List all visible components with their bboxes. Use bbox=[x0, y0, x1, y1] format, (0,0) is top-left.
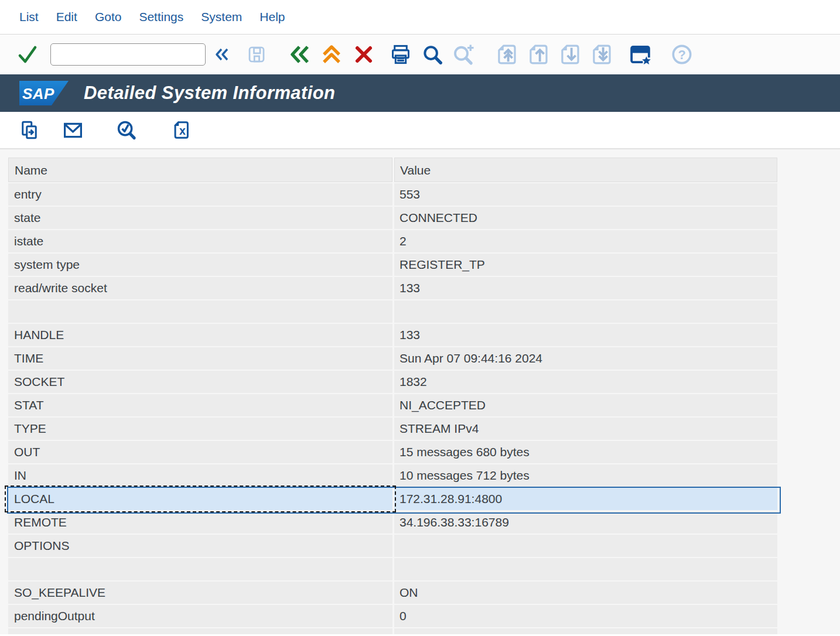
row-name-cell: keepalive bbox=[8, 628, 392, 634]
enter-check-icon[interactable] bbox=[18, 45, 37, 64]
row-value-cell bbox=[394, 300, 777, 323]
print-icon[interactable] bbox=[390, 43, 412, 66]
table-row[interactable]: SO_KEEPALIVEON bbox=[8, 582, 777, 605]
spreadsheet-export-icon[interactable]: x bbox=[170, 119, 192, 141]
row-value-cell: 553 bbox=[394, 183, 777, 206]
row-name-cell: SOCKET bbox=[8, 371, 392, 393]
menu-edit[interactable]: Edit bbox=[56, 10, 77, 24]
table-row[interactable]: system typeREGISTER_TP bbox=[8, 254, 777, 277]
row-name-cell: istate bbox=[8, 230, 392, 252]
table-row[interactable]: keepalivealive bbox=[8, 628, 777, 634]
back-icon[interactable] bbox=[288, 42, 312, 67]
row-name-cell: TYPE bbox=[8, 418, 392, 440]
svg-text:?: ? bbox=[678, 47, 685, 62]
table-row[interactable]: REMOTE34.196.38.33:16789 bbox=[8, 511, 777, 535]
menu-bar: List Edit Goto Settings System Help bbox=[0, 0, 840, 35]
row-value-cell: 15 messages 680 bytes bbox=[394, 441, 777, 463]
row-value-cell: NI_ACCEPTED bbox=[394, 394, 777, 416]
table-row[interactable]: entry553 bbox=[8, 183, 777, 207]
new-session-icon[interactable] bbox=[628, 42, 653, 67]
row-value-cell: 172.31.28.91:4800 bbox=[394, 488, 777, 510]
table-row[interactable]: stateCONNECTED bbox=[8, 207, 777, 230]
table-row[interactable]: STATNI_ACCEPTED bbox=[8, 394, 777, 418]
row-name-cell: pendingOutput bbox=[8, 605, 392, 627]
row-name-cell: LOCAL bbox=[8, 488, 392, 510]
application-toolbar: x bbox=[0, 112, 840, 149]
system-toolbar: ? bbox=[0, 35, 840, 74]
row-value-cell: 10 messages 712 bytes bbox=[394, 464, 777, 487]
page-down-icon[interactable] bbox=[558, 42, 582, 67]
first-page-icon[interactable] bbox=[494, 42, 519, 67]
row-value-cell: 34.196.38.33:16789 bbox=[394, 511, 777, 534]
row-name-cell bbox=[8, 558, 392, 580]
help-icon[interactable]: ? bbox=[670, 43, 694, 66]
exit-icon[interactable] bbox=[320, 43, 343, 66]
row-name-cell: OUT bbox=[8, 441, 392, 463]
send-mail-icon[interactable] bbox=[62, 119, 84, 141]
row-value-cell: 133 bbox=[394, 277, 777, 299]
find-icon[interactable] bbox=[421, 43, 443, 66]
app-header: SAP Detailed System Information bbox=[0, 74, 840, 112]
menu-help[interactable]: Help bbox=[259, 10, 285, 24]
row-name-cell: HANDLE bbox=[8, 324, 392, 346]
table-header-row: Name Value bbox=[8, 158, 777, 183]
row-value-cell: ON bbox=[394, 582, 777, 604]
row-name-cell: REMOTE bbox=[8, 511, 392, 534]
row-name-cell: TIME bbox=[8, 347, 392, 370]
row-value-cell: 2 bbox=[394, 230, 777, 252]
svg-text:x: x bbox=[179, 124, 186, 137]
row-name-cell: SO_KEEPALIVE bbox=[8, 582, 392, 604]
row-value-cell bbox=[394, 558, 777, 580]
table-row[interactable] bbox=[8, 300, 777, 324]
table-row[interactable]: TIMESun Apr 07 09:44:16 2024 bbox=[8, 347, 777, 371]
menu-list[interactable]: List bbox=[19, 10, 39, 24]
sap-logo-text: SAP bbox=[22, 85, 54, 102]
table-row[interactable]: OUT15 messages 680 bytes bbox=[8, 441, 777, 464]
table-row[interactable]: istate2 bbox=[8, 230, 777, 254]
save-icon[interactable] bbox=[246, 44, 267, 65]
row-name-cell bbox=[8, 300, 392, 323]
last-page-icon[interactable] bbox=[589, 42, 614, 67]
page-title: Detailed System Information bbox=[84, 83, 335, 104]
page-up-icon[interactable] bbox=[526, 42, 551, 67]
row-name-cell: state bbox=[8, 207, 392, 229]
table-row[interactable]: TYPESTREAM IPv4 bbox=[8, 418, 777, 441]
cancel-icon[interactable] bbox=[353, 44, 374, 65]
sap-logo: SAP bbox=[19, 81, 69, 105]
menu-goto[interactable]: Goto bbox=[95, 10, 122, 24]
content-area: Name Value entry553stateCONNECTEDistate2… bbox=[0, 149, 840, 634]
column-header-value[interactable]: Value bbox=[394, 158, 777, 182]
choose-detail-icon[interactable] bbox=[19, 119, 40, 141]
row-value-cell bbox=[394, 535, 777, 557]
row-value-cell: REGISTER_TP bbox=[394, 254, 777, 276]
row-value-cell: 0 bbox=[394, 605, 777, 627]
column-header-name[interactable]: Name bbox=[8, 158, 392, 182]
row-value-cell: Sun Apr 07 09:44:16 2024 bbox=[394, 347, 777, 370]
row-value-cell: 133 bbox=[394, 324, 777, 346]
table-row[interactable]: LOCAL172.31.28.91:4800 bbox=[8, 488, 777, 511]
table-row[interactable]: SOCKET1832 bbox=[8, 371, 777, 394]
table-row[interactable]: pendingOutput0 bbox=[8, 605, 777, 628]
table-row[interactable]: read/write socket133 bbox=[8, 277, 777, 300]
row-name-cell: OPTIONS bbox=[8, 535, 392, 557]
row-name-cell: system type bbox=[8, 254, 392, 276]
command-field[interactable] bbox=[50, 43, 206, 66]
table-row[interactable]: OPTIONS bbox=[8, 535, 777, 558]
menu-settings[interactable]: Settings bbox=[139, 10, 183, 24]
row-value-cell: alive bbox=[394, 628, 777, 634]
table-row[interactable]: IN10 messages 712 bytes bbox=[8, 464, 777, 488]
find-next-icon[interactable] bbox=[451, 42, 476, 67]
row-name-cell: read/write socket bbox=[8, 277, 392, 299]
row-name-cell: STAT bbox=[8, 394, 392, 416]
find-check-icon[interactable] bbox=[115, 119, 138, 141]
table-row[interactable]: HANDLE133 bbox=[8, 324, 777, 347]
menu-system[interactable]: System bbox=[201, 10, 242, 24]
table-body: entry553stateCONNECTEDistate2system type… bbox=[8, 183, 777, 634]
command-collapse-icon[interactable] bbox=[213, 46, 231, 63]
row-name-cell: IN bbox=[8, 464, 392, 487]
detail-table: Name Value entry553stateCONNECTEDistate2… bbox=[8, 158, 777, 634]
table-row[interactable] bbox=[8, 558, 777, 582]
row-value-cell: STREAM IPv4 bbox=[394, 418, 777, 440]
row-value-cell: 1832 bbox=[394, 371, 777, 393]
row-name-cell: entry bbox=[8, 183, 392, 206]
